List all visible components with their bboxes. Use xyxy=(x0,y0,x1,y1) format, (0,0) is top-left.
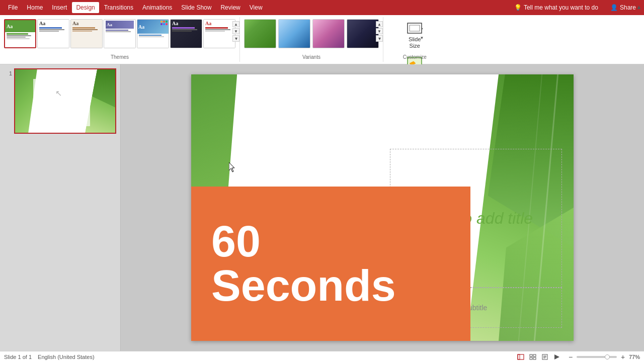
slide-panel: 1 ↖ xyxy=(0,64,121,351)
svg-rect-7 xyxy=(518,354,524,359)
menu-view[interactable]: View xyxy=(246,2,267,13)
slide-thumbnail-container: 1 ↖ xyxy=(4,68,116,134)
ribbon: Aa Aa xyxy=(0,15,644,64)
variants-scroll-down[interactable]: ▼ xyxy=(376,28,383,34)
theme-item-6[interactable]: Aa xyxy=(170,19,202,48)
variants-label: Variants xyxy=(240,54,383,60)
slide-size-icon xyxy=(407,21,423,35)
slide-canvas[interactable]: Click to add title subtitle 60 Seconds xyxy=(191,74,574,341)
slideshow-button[interactable] xyxy=(551,352,562,361)
status-bar: Slide 1 of 1 English (United States) xyxy=(0,351,644,362)
customize-section: ▼ SlideSize Format Background Customize xyxy=(383,17,446,62)
theme-item-5[interactable]: Aa xyxy=(137,19,169,48)
variant-item-1[interactable] xyxy=(244,19,276,48)
status-left: Slide 1 of 1 English (United States) xyxy=(4,354,95,360)
menu-transitions[interactable]: Transitions xyxy=(100,2,137,13)
menu-file[interactable]: File xyxy=(4,2,22,13)
themes-scroll-up[interactable]: ▲ xyxy=(232,21,239,27)
slide-number: 1 xyxy=(4,70,12,76)
main-area: 1 ↖ xyxy=(0,64,644,351)
menu-slideshow[interactable]: Slide Show xyxy=(177,2,215,13)
svg-rect-1 xyxy=(410,25,420,31)
share-label: Share xyxy=(620,4,636,11)
search-label: Tell me what you want to do xyxy=(524,4,598,11)
menu-home[interactable]: Home xyxy=(23,2,47,13)
menu-right: 💡 Tell me what you want to do 👤 Share xyxy=(510,2,640,13)
canvas-area: Click to add title subtitle 60 Seconds xyxy=(121,64,644,351)
slide-info: Slide 1 of 1 xyxy=(4,354,32,360)
slide-size-button[interactable]: ▼ SlideSize xyxy=(404,19,426,51)
variants-section: ▲ ▼ ▾ Variants xyxy=(240,17,383,62)
theme-item-7[interactable]: Aa xyxy=(203,19,235,48)
theme-item-4[interactable]: Aa xyxy=(104,19,136,48)
variants-scroll-up[interactable]: ▲ xyxy=(376,21,383,27)
svg-rect-9 xyxy=(530,354,532,356)
banner-text: 60 Seconds xyxy=(211,219,450,308)
theme-item-2[interactable]: Aa xyxy=(37,19,69,48)
menu-insert[interactable]: Insert xyxy=(48,2,71,13)
themes-gallery: Aa Aa xyxy=(2,17,237,58)
view-buttons xyxy=(515,352,562,361)
zoom-out-button[interactable]: − xyxy=(567,353,575,361)
svg-rect-10 xyxy=(533,354,536,356)
slide-thumbnail-1[interactable]: ↖ xyxy=(14,68,116,134)
customize-label: Customize xyxy=(383,54,446,60)
share-button[interactable]: 👤 Share xyxy=(606,2,640,13)
slide-size-label: SlideSize xyxy=(409,36,421,49)
themes-scroll-down[interactable]: ▼ xyxy=(232,28,239,34)
menu-bar: File Home Insert Design Transitions Anim… xyxy=(0,0,644,15)
themes-section: Aa Aa xyxy=(0,17,240,62)
zoom-in-button[interactable]: + xyxy=(619,353,627,361)
variant-item-2[interactable] xyxy=(278,19,310,48)
zoom-slider-thumb[interactable] xyxy=(605,354,610,359)
orange-banner: 60 Seconds xyxy=(191,187,470,341)
themes-scroll-more[interactable]: ▾ xyxy=(232,35,239,42)
svg-marker-17 xyxy=(554,354,559,359)
normal-view-button[interactable] xyxy=(515,352,526,361)
menu-review[interactable]: Review xyxy=(216,2,244,13)
zoom-percent[interactable]: 77% xyxy=(629,354,640,360)
zoom-controls: − + 77% xyxy=(567,353,640,361)
theme-item-3[interactable]: Aa xyxy=(70,19,103,48)
zoom-slider[interactable] xyxy=(577,356,617,358)
search-bar[interactable]: 💡 Tell me what you want to do xyxy=(510,2,602,13)
menu-design[interactable]: Design xyxy=(72,2,99,13)
lightbulb-icon: 💡 xyxy=(514,4,522,11)
menu-animations[interactable]: Animations xyxy=(138,2,176,13)
ribbon-collapse-button[interactable]: ▲ xyxy=(636,2,642,11)
person-icon: 👤 xyxy=(610,4,618,11)
svg-rect-11 xyxy=(530,357,532,359)
language-info: English (United States) xyxy=(38,354,95,360)
theme-item-1[interactable]: Aa xyxy=(4,19,36,48)
themes-label: Themes xyxy=(0,54,239,60)
reading-view-button[interactable] xyxy=(539,352,550,361)
variants-scroll-more[interactable]: ▾ xyxy=(376,35,383,42)
variant-item-4[interactable] xyxy=(347,19,379,48)
variant-item-3[interactable] xyxy=(312,19,345,48)
svg-rect-12 xyxy=(533,357,536,359)
status-right: − + 77% xyxy=(515,352,640,361)
variants-gallery xyxy=(242,17,381,58)
slide-sorter-button[interactable] xyxy=(527,352,538,361)
